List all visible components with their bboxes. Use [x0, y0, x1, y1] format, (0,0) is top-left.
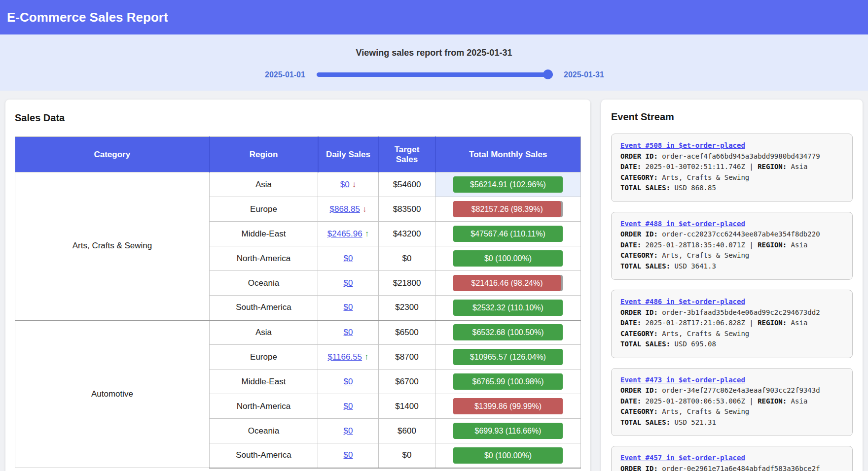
sales-progress-track: $699.93 (116.66%) [453, 423, 563, 439]
event-order-id: ORDER ID: order-34ef277c862e4a3eaaf903cc… [620, 385, 843, 396]
sales-progress-track: $21416.46 (98.24%) [453, 275, 563, 291]
daily-sales-link[interactable]: $0 [344, 426, 353, 436]
sales-progress-track: $2532.32 (110.10%) [453, 300, 563, 316]
daily-sales-link[interactable]: $0 [344, 278, 353, 288]
sales-progress-badge: $47567.46 (110.11%) [453, 226, 563, 242]
event-stream-title: Event Stream [611, 111, 853, 123]
daily-sales-link[interactable]: $0 [344, 377, 353, 386]
daily-sales-cell: $2465.96↑ [318, 222, 379, 246]
target-sales-cell: $1400 [379, 394, 435, 419]
event-card: Event #473 in $et-order-placedORDER ID: … [611, 368, 853, 437]
region-cell: Middle-East [210, 370, 318, 394]
app-header: E-Commerce Sales Report [0, 0, 868, 34]
sales-table-header: CategoryRegionDaily SalesTarget SalesTot… [15, 137, 581, 172]
region-cell: South-America [210, 296, 318, 320]
event-order-id: ORDER ID: order-cc20237cc62443ee87ab4e35… [620, 229, 843, 240]
daily-sales-link[interactable]: $0 [344, 450, 353, 460]
slider-thumb[interactable] [543, 69, 553, 79]
sales-progress-badge: $6765.99 (100.98%) [453, 373, 563, 390]
region-cell: Asia [210, 320, 318, 345]
column-header: Target Sales [379, 137, 435, 172]
target-sales-cell: $83500 [379, 197, 435, 222]
sales-progress-badge: $699.93 (116.66%) [453, 423, 563, 439]
event-link[interactable]: Event #486 in $et-order-placed [620, 298, 745, 305]
event-date-region: DATE: 2025-01-28T18:35:40.071Z | REGION:… [620, 240, 843, 251]
event-order-id: ORDER ID: order-3b1faad35bde4e06ad99c2c2… [620, 307, 843, 318]
trend-up-icon: ↑ [364, 352, 369, 362]
daily-sales-link[interactable]: $0 [340, 180, 350, 189]
daily-sales-link[interactable]: $2465.96 [327, 229, 362, 238]
daily-sales-cell: $0 [318, 370, 379, 394]
sales-progress-badge: $21416.46 (98.24%) [453, 275, 561, 291]
event-date-region: DATE: 2025-01-28T17:21:06.828Z | REGION:… [620, 318, 843, 329]
event-category: CATEGORY: Arts, Crafts & Sewing [620, 329, 843, 339]
event-link[interactable]: Event #488 in $et-order-placed [620, 220, 745, 228]
daily-sales-link[interactable]: $0 [344, 303, 353, 312]
daily-sales-cell: $0 [318, 419, 379, 443]
sales-progress-badge: $6532.68 (100.50%) [453, 324, 563, 340]
slider-max-label: 2025-01-31 [564, 70, 604, 79]
target-sales-cell: $54600 [379, 172, 435, 197]
event-card: Event #457 in $et-order-placedORDER ID: … [611, 446, 853, 471]
column-header: Region [210, 137, 318, 172]
daily-sales-link[interactable]: $0 [344, 328, 353, 337]
event-total-sales: TOTAL SALES: USD 868.85 [620, 183, 843, 194]
sales-progress-badge: $56214.91 (102.96%) [453, 176, 563, 193]
total-monthly-sales-cell: $6532.68 (100.50%) [435, 320, 581, 345]
event-link[interactable]: Event #473 in $et-order-placed [620, 376, 745, 384]
category-cell: Automotive [15, 320, 210, 468]
daily-sales-link[interactable]: $1166.55 [327, 352, 362, 362]
target-sales-cell: $0 [379, 246, 435, 271]
total-monthly-sales-cell: $1399.86 (99.99%) [435, 394, 581, 419]
slider-track[interactable] [317, 72, 553, 77]
event-category: CATEGORY: Arts, Crafts & Sewing [620, 406, 843, 417]
event-category: CATEGORY: Arts, Crafts & Sewing [620, 172, 843, 183]
trend-down-icon: ↓ [362, 204, 367, 214]
trend-down-icon: ↓ [352, 180, 357, 189]
region-cell: Europe [210, 197, 318, 222]
event-total-sales: TOTAL SALES: USD 3641.3 [620, 261, 843, 272]
sales-progress-track: $47567.46 (110.11%) [453, 226, 563, 242]
target-sales-cell: $6500 [379, 320, 435, 345]
total-monthly-sales-cell: $56214.91 (102.96%) [435, 172, 581, 197]
target-sales-cell: $2300 [379, 296, 435, 320]
daily-sales-link[interactable]: $868.85 [330, 204, 360, 214]
target-sales-cell: $43200 [379, 222, 435, 246]
sales-progress-track: $82157.26 (98.39%) [453, 201, 563, 217]
daily-sales-link[interactable]: $0 [344, 254, 353, 263]
target-sales-cell: $0 [379, 443, 435, 468]
daily-sales-cell: $0 [318, 320, 379, 345]
event-stream-panel: Event Stream Event #508 in $et-order-pla… [601, 100, 863, 471]
event-date-region: DATE: 2025-01-30T02:51:11.746Z | REGION:… [620, 162, 843, 172]
event-total-sales: TOTAL SALES: USD 695.08 [620, 339, 843, 350]
total-monthly-sales-cell: $82157.26 (98.39%) [435, 197, 581, 222]
daily-sales-cell: $0 [318, 443, 379, 468]
report-view-title: Viewing sales report from 2025-01-31 [0, 34, 868, 58]
event-link[interactable]: Event #508 in $et-order-placed [620, 141, 745, 149]
region-cell: Asia [210, 172, 318, 197]
target-sales-cell: $6700 [379, 370, 435, 394]
sales-progress-badge: $0 (100.00%) [453, 250, 563, 267]
daily-sales-link[interactable]: $0 [344, 402, 353, 411]
event-link[interactable]: Event #457 in $et-order-placed [620, 454, 745, 462]
table-row: Arts, Crafts & SewingAsia$0↓$54600$56214… [15, 172, 581, 197]
region-cell: North-America [210, 246, 318, 271]
event-total-sales: TOTAL SALES: USD 521.31 [620, 417, 843, 428]
sales-progress-badge: $0 (100.00%) [453, 447, 563, 464]
total-monthly-sales-cell: $699.93 (116.66%) [435, 419, 581, 443]
target-sales-cell: $21800 [379, 271, 435, 296]
sales-progress-track: $6532.68 (100.50%) [453, 324, 563, 340]
total-monthly-sales-cell: $10965.57 (126.04%) [435, 345, 581, 370]
page-title: E-Commerce Sales Report [7, 10, 168, 25]
column-header: Total Monthly Sales [435, 137, 581, 172]
region-cell: Oceania [210, 419, 318, 443]
daily-sales-cell: $0 [318, 246, 379, 271]
event-list: Event #508 in $et-order-placedORDER ID: … [611, 134, 853, 471]
sales-table: CategoryRegionDaily SalesTarget SalesTot… [15, 136, 581, 469]
date-slider[interactable] [317, 69, 553, 79]
event-card: Event #488 in $et-order-placedORDER ID: … [611, 212, 853, 280]
sales-progress-track: $10965.57 (126.04%) [453, 349, 563, 365]
column-header: Category [15, 137, 210, 172]
sales-progress-track: $56214.91 (102.96%) [453, 176, 563, 193]
sales-progress-track: $0 (100.00%) [453, 447, 563, 464]
